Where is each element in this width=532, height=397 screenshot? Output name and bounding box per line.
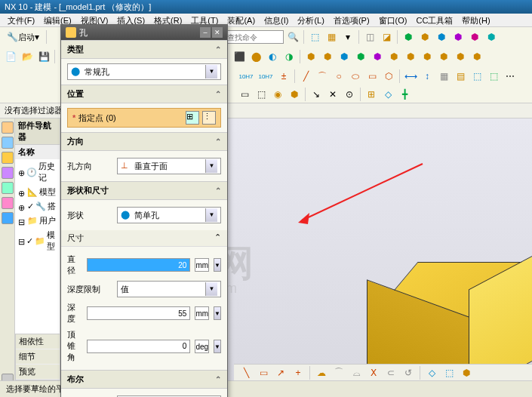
- tb-btn-a4[interactable]: ◫: [362, 29, 377, 45]
- tb-arc-icon[interactable]: ⌒: [315, 69, 330, 84]
- depth-input[interactable]: [87, 306, 190, 320]
- bt-d2-icon[interactable]: ⬚: [441, 365, 457, 380]
- tb-cube3-icon[interactable]: ⬢: [434, 29, 449, 45]
- rail-nav-icon[interactable]: [2, 122, 14, 134]
- bt-d1-icon[interactable]: ◇: [424, 365, 439, 380]
- tb-more-icon[interactable]: ⋯: [503, 69, 518, 84]
- tb-cube2-icon[interactable]: ⬢: [417, 29, 432, 45]
- tb-hole-icon[interactable]: ⬢: [337, 49, 352, 64]
- tb-h7-1[interactable]: 10H7: [237, 69, 255, 84]
- tb-grid-icon[interactable]: ▦: [436, 69, 451, 84]
- tb-view2-icon[interactable]: ⬚: [486, 69, 501, 84]
- point-dialog-button[interactable]: ⋮: [202, 111, 216, 125]
- tab-detail[interactable]: 细节: [16, 349, 60, 365]
- tb-btn-a2[interactable]: ▦: [324, 29, 339, 45]
- tb-pattern-icon[interactable]: ⬢: [386, 49, 401, 64]
- tb-cube1-icon[interactable]: ⬢: [401, 29, 416, 45]
- tb-new-icon[interactable]: 📄: [3, 49, 18, 64]
- tip-angle-dropdown-icon[interactable]: ▼: [214, 340, 221, 353]
- tb-circle-icon[interactable]: ○: [331, 69, 346, 84]
- tb-draft-icon[interactable]: ⬢: [370, 49, 385, 64]
- section-direction-header[interactable]: 方向 ⌃: [61, 132, 227, 151]
- tb-cyl-icon[interactable]: ⬤: [248, 49, 263, 64]
- tb-trim-icon[interactable]: ⬢: [469, 49, 484, 64]
- tb-wcs-icon[interactable]: ⊞: [364, 87, 379, 102]
- section-type-header[interactable]: 类型 ⌃: [61, 40, 227, 59]
- sketch-point-button[interactable]: ⊞: [186, 111, 199, 125]
- command-search-input[interactable]: [223, 30, 284, 44]
- tb-snap1-icon[interactable]: ↘: [309, 87, 324, 102]
- menu-help[interactable]: 帮助(H): [457, 14, 494, 26]
- tb-view1-icon[interactable]: ⬚: [469, 69, 484, 84]
- tb-datum-icon[interactable]: ◇: [380, 87, 395, 102]
- menu-cctoolbox[interactable]: CC工具箱: [411, 14, 457, 26]
- depth-limit-combo[interactable]: 值 ▼: [117, 281, 221, 297]
- tb-unite-icon[interactable]: ⬢: [420, 49, 435, 64]
- nav-item-user[interactable]: ⊟📁用户: [15, 214, 60, 228]
- bt-line-icon[interactable]: ╲: [238, 365, 254, 380]
- tab-dependency[interactable]: 相依性: [16, 334, 60, 349]
- tb-snap2-icon[interactable]: ✕: [325, 87, 340, 102]
- direction-combo[interactable]: ⊥ 垂直于面 ▼: [117, 158, 221, 174]
- tb-btn-a5[interactable]: ◪: [379, 29, 394, 45]
- bt-c3-icon[interactable]: Ⅹ: [366, 365, 381, 380]
- rail-const-icon[interactable]: [2, 152, 14, 164]
- tb-sel3-icon[interactable]: ◉: [270, 87, 285, 102]
- tb-h7-2[interactable]: 10H7: [257, 69, 275, 84]
- tb-btn-a1[interactable]: ⬚: [307, 29, 322, 45]
- tb-btn-a3[interactable]: ▾: [340, 29, 355, 45]
- tb-cube5-icon[interactable]: ⬢: [467, 29, 482, 45]
- tb-sel2-icon[interactable]: ⬚: [254, 87, 269, 102]
- section-position-header[interactable]: 位置 ⌃: [61, 85, 227, 103]
- tb-subtract-icon[interactable]: ⬢: [436, 49, 451, 64]
- tb-dim1-icon[interactable]: ⟷: [403, 69, 418, 84]
- tb-extrude-icon[interactable]: ⬢: [303, 49, 318, 64]
- tb-open-icon[interactable]: 📂: [20, 49, 35, 64]
- tb-mirror-icon[interactable]: ⬢: [403, 49, 418, 64]
- tb-sel1-icon[interactable]: ▭: [237, 87, 252, 102]
- nav-item-model[interactable]: ⊕📐模型: [15, 185, 60, 199]
- bt-c1-icon[interactable]: ⌒: [331, 365, 346, 380]
- diameter-input[interactable]: [87, 258, 190, 272]
- launch-button[interactable]: 🔧启动▾: [3, 29, 43, 45]
- rail-assy-icon[interactable]: [2, 137, 14, 149]
- bt-c2-icon[interactable]: ⌓: [349, 365, 364, 380]
- bt-d3-icon[interactable]: ⬢: [459, 365, 474, 380]
- tb-tol-icon[interactable]: ±: [276, 69, 291, 84]
- tb-layer-icon[interactable]: ▤: [453, 69, 468, 84]
- rail-ie-icon[interactable]: [2, 212, 14, 224]
- tb-sel4-icon[interactable]: ⬢: [287, 87, 302, 102]
- tb-feat1-icon[interactable]: ◐: [265, 49, 280, 64]
- tb-cube4-icon[interactable]: ⬢: [451, 29, 466, 45]
- bt-c4-icon[interactable]: ⊂: [383, 365, 398, 380]
- tb-intersect-icon[interactable]: ⬢: [453, 49, 468, 64]
- bt-cloud-icon[interactable]: ☁: [314, 365, 329, 380]
- section-boolean-header[interactable]: 布尔 ⌃: [61, 370, 227, 389]
- chevron-down-icon[interactable]: ▼: [205, 65, 217, 78]
- tb-save-icon[interactable]: 💾: [36, 49, 51, 64]
- bt-c5-icon[interactable]: ↺: [401, 365, 416, 380]
- tip-angle-input[interactable]: [87, 340, 190, 353]
- tb-rect-icon[interactable]: ▭: [364, 69, 380, 84]
- tab-preview[interactable]: 预览: [16, 365, 60, 380]
- nav-item-history[interactable]: ⊕🕐历史记: [15, 159, 60, 185]
- chevron-down-icon[interactable]: ▼: [205, 282, 217, 296]
- search-icon[interactable]: 🔍: [285, 29, 300, 45]
- section-dims-header[interactable]: 尺寸 ⌃: [61, 230, 227, 247]
- dialog-titlebar[interactable]: 孔 – ✕: [61, 25, 227, 40]
- dialog-minimize-icon[interactable]: –: [200, 27, 211, 38]
- tb-ellipse-icon[interactable]: ⬭: [348, 69, 363, 84]
- menu-analysis[interactable]: 分析(L): [293, 14, 328, 26]
- menu-window[interactable]: 窗口(O): [374, 14, 412, 26]
- rail-hist-icon[interactable]: [2, 182, 14, 194]
- shape-combo[interactable]: ⬤ 简单孔 ▼: [117, 207, 221, 223]
- dialog-close-icon[interactable]: ✕: [212, 27, 223, 38]
- menu-file[interactable]: 文件(F): [3, 14, 39, 26]
- tb-poly-icon[interactable]: ⬡: [381, 69, 396, 84]
- hole-type-combo[interactable]: ⬤ 常规孔 ▼: [67, 63, 221, 80]
- chevron-down-icon[interactable]: ▼: [205, 208, 217, 222]
- bt-arrow-icon[interactable]: ↗: [273, 365, 288, 380]
- depth-dropdown-icon[interactable]: ▼: [214, 306, 221, 320]
- tb-cube6-icon[interactable]: ⬢: [484, 29, 499, 45]
- bt-rect-icon[interactable]: ▭: [256, 365, 271, 380]
